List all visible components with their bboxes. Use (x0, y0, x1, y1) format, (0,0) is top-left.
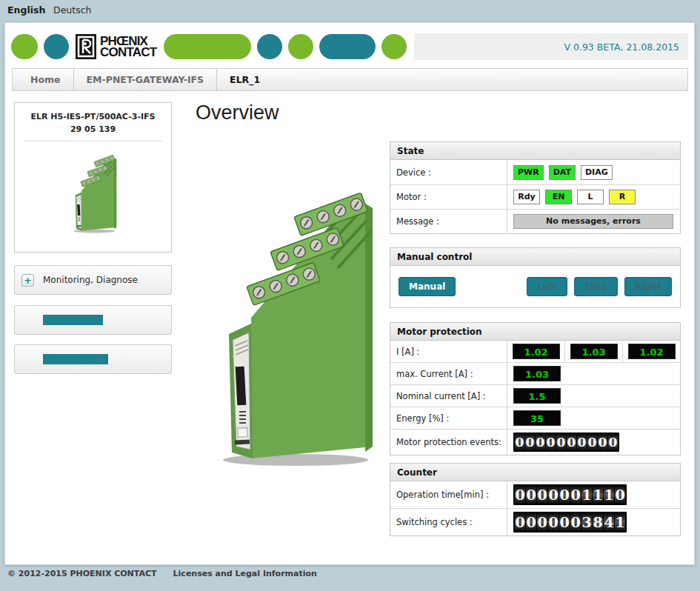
brand-shape-circle (288, 34, 313, 59)
counter-panel: Counter Operation time[min] : 0000001110… (390, 463, 681, 536)
logo-text-line2: CONTACT (100, 47, 156, 58)
status-badge-rdy: Rdy (513, 190, 540, 204)
breadcrumb-elr1[interactable]: ELR_1 (216, 69, 273, 90)
manual-button[interactable]: Manual (399, 277, 456, 296)
status-badge-en: EN (545, 190, 572, 204)
right-button[interactable]: Right (624, 277, 672, 296)
brand-shape-pill (319, 34, 376, 59)
row-label: Message : (390, 210, 507, 233)
firmware-version-label: V 0.93 BETA, 21.08.2015 (564, 41, 679, 53)
content-card: PHŒNIX CONTACT V 0.93 BETA, 21.08.2015 H… (4, 22, 695, 565)
row-label: Motor protection events: (390, 430, 507, 455)
message-display: No messages, errors (513, 214, 673, 229)
row-label: Operation time[min] : (390, 481, 507, 508)
sidebar-item-configuration[interactable]: Configuration (14, 305, 172, 335)
status-badge-l: L (577, 190, 604, 204)
sidebar-item-administration[interactable]: Administration (14, 344, 172, 374)
odometer-operation-time: 0000001110 (513, 484, 627, 505)
state-row-message: Message : No messages, errors (390, 209, 680, 233)
language-link-english[interactable]: English (7, 4, 45, 16)
lcd-current-phase1: 1.02 (513, 344, 560, 359)
device-thumbnail-image (69, 144, 118, 233)
device-type-label: ELR H5-IES-PT/500AC-3-IFS (15, 112, 171, 121)
motor-row-energy: Energy [%] : 35 (390, 407, 680, 429)
state-panel-title: State (390, 142, 680, 160)
sidebar-item-monitoring-diagnose[interactable]: + Monitoring, Diagnose (14, 265, 172, 295)
odometer-protection-events: 0000000000 (513, 433, 619, 452)
counter-row-operation-time: Operation time[min] : 0000001110 (390, 481, 680, 508)
state-row-device: Device : PWR DAT DIAG (390, 160, 680, 184)
page-title: Overview (196, 101, 279, 124)
brand-shape-pill (164, 34, 251, 59)
lcd-max-current: 1.03 (513, 366, 561, 381)
breadcrumb-gateway[interactable]: EM-PNET-GATEWAY-IFS (73, 69, 217, 90)
expand-plus-icon[interactable]: + (21, 274, 34, 287)
stop-button[interactable]: Stop (574, 277, 618, 296)
divider (24, 141, 162, 141)
sidebar-item-label: Administration (43, 354, 108, 364)
breadcrumb-home[interactable]: Home (13, 69, 73, 90)
counter-panel-title: Counter (390, 464, 680, 481)
manual-control-title: Manual control (390, 248, 680, 266)
status-badge-pwr: PWR (513, 165, 544, 180)
row-label: max. Current [A] : (390, 363, 507, 384)
copyright-text: © 2012-2015 PHOENIX CONTACT (7, 569, 157, 578)
brand-shape-circle (381, 34, 407, 59)
motor-protection-panel: Motor protection I [A] : 1.02 1.03 1.02 … (390, 322, 681, 455)
status-badge-diag: DIAG (581, 165, 613, 180)
brand-shape-circle (44, 34, 69, 59)
licenses-legal-link[interactable]: Licenses and Legal Information (173, 569, 317, 578)
state-panel: State Device : PWR DAT DIAG Motor : Rdy … (390, 141, 681, 234)
version-band: V 0.93 BETA, 21.08.2015 (414, 33, 688, 60)
row-label: I [A] : (390, 341, 507, 362)
motor-protection-title: Motor protection (390, 323, 680, 341)
sidebar-item-label: Configuration (43, 315, 103, 325)
brand-shape-circle (257, 34, 282, 59)
motor-row-nominal-current: Nominal current [A] : 1.5 (390, 384, 680, 407)
row-label: Nominal current [A] : (390, 385, 507, 407)
motor-row-current: I [A] : 1.02 1.03 1.02 (390, 341, 680, 362)
state-row-motor: Motor : Rdy EN L R (390, 184, 680, 209)
row-label: Switching cycles : (390, 509, 507, 535)
footer: © 2012-2015 PHOENIX CONTACT Licenses and… (7, 569, 317, 578)
odometer-switching-cycles: 0000003841 (513, 512, 627, 532)
device-info-card: ELR H5-IES-PT/500AC-3-IFS 29 05 139 (14, 102, 172, 253)
phoenix-contact-logo: PHŒNIX CONTACT (75, 33, 156, 60)
row-label: Motor : (390, 185, 507, 209)
status-badge-dat: DAT (549, 165, 576, 180)
lcd-current-phase3: 1.02 (628, 344, 676, 359)
breadcrumb: Home EM-PNET-GATEWAY-IFS ELR_1 (12, 68, 688, 91)
device-order-number: 29 05 139 (15, 124, 171, 134)
row-label: Device : (390, 160, 507, 184)
lcd-current-phase2: 1.03 (570, 344, 618, 359)
lcd-nominal-current: 1.5 (513, 388, 561, 404)
status-badge-r: R (609, 190, 636, 204)
brand-header: PHŒNIX CONTACT V 0.93 BETA, 21.08.2015 (7, 33, 688, 60)
language-bar: English Deutsch (0, 0, 700, 21)
language-link-deutsch[interactable]: Deutsch (53, 4, 91, 16)
brand-shape-pill (11, 34, 38, 59)
lcd-energy: 35 (513, 410, 561, 426)
motor-row-max-current: max. Current [A] : 1.03 (390, 362, 680, 384)
counter-row-switching-cycles: Switching cycles : 0000003841 (390, 508, 680, 535)
device-product-image (207, 156, 377, 467)
left-button[interactable]: Left (527, 277, 567, 296)
phoenix-logo-icon (75, 33, 97, 60)
manual-control-panel: Manual control Manual Left Stop Right (390, 247, 681, 308)
motor-row-events: Motor protection events: 0000000000 (390, 429, 680, 455)
sidebar-item-label: Monitoring, Diagnose (43, 275, 138, 285)
row-label: Energy [%] : (390, 407, 507, 429)
